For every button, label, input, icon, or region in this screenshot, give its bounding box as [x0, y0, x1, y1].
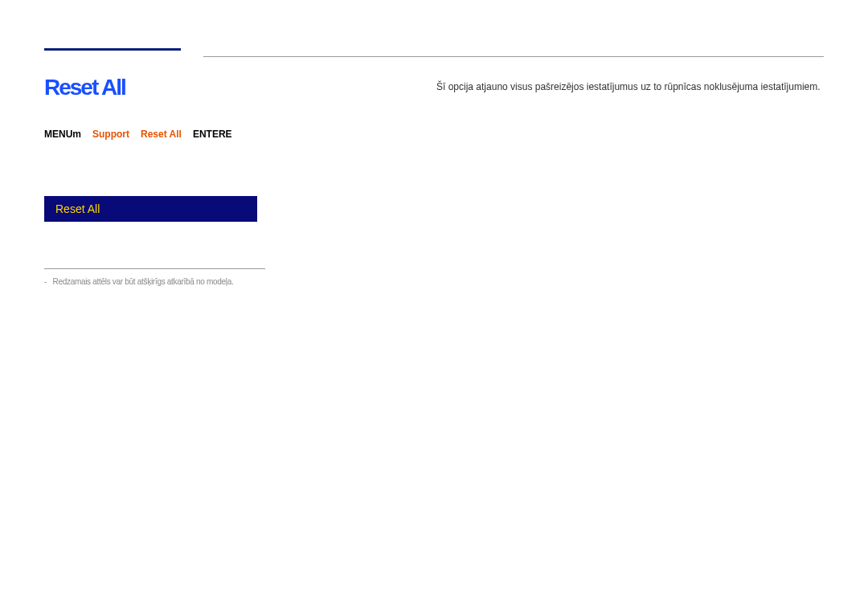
page-title: Reset All — [44, 75, 265, 100]
menu-label: MENU — [44, 129, 72, 140]
menu-panel: Reset All — [44, 196, 257, 222]
enter-label: ENTER — [193, 129, 226, 140]
menu-item-reset-all[interactable]: Reset All — [44, 196, 257, 222]
description-text: Šī opcija atjauno visus pašreizējos iest… — [436, 81, 824, 92]
footnote: - Redzamais attēls var būt atšķirīgs atk… — [44, 277, 265, 286]
left-column: Reset All MENUm Support Reset All ENTERE… — [44, 48, 265, 286]
breadcrumb-support: Support — [92, 129, 129, 140]
breadcrumb-menu: MENUm — [44, 129, 81, 140]
right-column: Šī opcija atjauno visus pašreizējos iest… — [203, 56, 824, 92]
menu-suffix: m — [72, 129, 81, 140]
breadcrumb-enter: ENTERE — [193, 129, 232, 140]
header-accent-bar — [44, 48, 181, 51]
right-divider — [203, 56, 824, 57]
breadcrumb-reset: Reset All — [141, 129, 182, 140]
left-divider — [44, 268, 265, 269]
footnote-dash: - — [44, 277, 51, 286]
enter-suffix: E — [226, 129, 232, 140]
footnote-text: Redzamais attēls var būt atšķirīgs atkar… — [52, 277, 233, 286]
breadcrumb: MENUm Support Reset All ENTERE — [44, 129, 265, 140]
